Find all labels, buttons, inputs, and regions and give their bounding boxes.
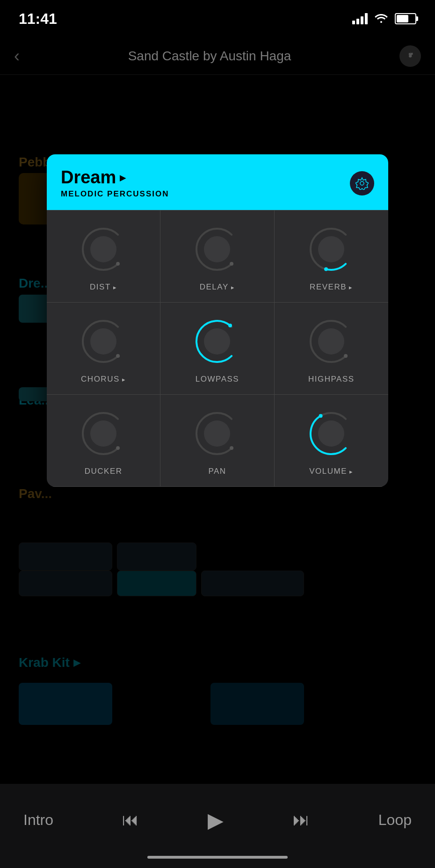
knob-cell-dist[interactable]: DIST▸ — [47, 210, 160, 303]
svg-point-14 — [344, 354, 348, 358]
modal-title-text: Dream — [61, 167, 116, 188]
knob-label-delay: DELAY▸ — [200, 282, 235, 292]
knob-cell-delay[interactable]: DELAY▸ — [160, 210, 274, 303]
knob-svg-delay — [191, 224, 243, 275]
knob-cell-volume[interactable]: VOLUME▸ — [275, 395, 388, 487]
modal-title: Dream ▸ — [61, 167, 169, 188]
svg-point-4 — [116, 262, 120, 266]
svg-marker-1 — [355, 178, 369, 190]
battery-icon — [395, 13, 416, 24]
knob-svg-dist — [78, 224, 129, 275]
knob-arrow-icon-dist: ▸ — [113, 284, 117, 291]
knob-arrow-icon-reverb: ▸ — [349, 284, 353, 291]
knob-label-chorus: CHORUS▸ — [81, 375, 126, 384]
modal-panel: Dream ▸ MELODIC PERCUSSION DIST▸ — [47, 154, 388, 487]
svg-point-17 — [204, 420, 230, 447]
svg-point-20 — [319, 414, 323, 418]
svg-point-3 — [90, 236, 116, 262]
status-bar: 11:41 — [0, 0, 435, 37]
knob-cell-pan[interactable]: PAN — [160, 395, 274, 487]
modal-subtitle: MELODIC PERCUSSION — [61, 189, 169, 199]
knob-grid: DIST▸ DELAY▸ REVERB▸ — [47, 210, 388, 487]
svg-point-8 — [324, 268, 328, 271]
knob-cell-highpass[interactable]: HIGHPASS — [275, 303, 388, 395]
knob-arrow-icon-volume: ▸ — [349, 468, 354, 475]
svg-point-19 — [318, 420, 344, 447]
knob-svg-highpass — [305, 316, 357, 367]
knob-svg-ducker — [78, 408, 129, 459]
modal-body: DIST▸ DELAY▸ REVERB▸ — [47, 210, 388, 487]
knob-label-lowpass: LOWPASS — [196, 375, 239, 384]
svg-point-6 — [230, 262, 234, 266]
knob-svg-volume — [305, 408, 357, 459]
svg-point-5 — [204, 236, 230, 262]
svg-point-12 — [229, 324, 232, 327]
knob-label-volume: VOLUME▸ — [309, 467, 353, 476]
knob-cell-reverb[interactable]: REVERB▸ — [275, 210, 388, 303]
knob-svg-reverb — [305, 224, 357, 275]
svg-point-13 — [318, 328, 344, 354]
modal-header: Dream ▸ MELODIC PERCUSSION — [47, 154, 388, 210]
modal-title-arrow-icon: ▸ — [120, 171, 125, 184]
wifi-icon — [374, 12, 388, 26]
knob-label-dist: DIST▸ — [90, 282, 117, 292]
status-icons — [352, 12, 416, 26]
svg-point-7 — [318, 236, 344, 262]
svg-point-16 — [116, 446, 120, 450]
svg-point-10 — [116, 354, 120, 358]
knob-label-pan: PAN — [208, 467, 226, 476]
modal-gear-button[interactable] — [350, 171, 374, 195]
knob-cell-lowpass[interactable]: LOWPASS — [160, 303, 274, 395]
knob-label-highpass: HIGHPASS — [308, 375, 355, 384]
svg-point-9 — [90, 328, 116, 354]
knob-label-ducker: DUCKER — [85, 467, 123, 476]
svg-point-2 — [360, 181, 364, 185]
knob-svg-lowpass — [191, 316, 243, 367]
svg-point-15 — [90, 420, 116, 447]
status-time: 11:41 — [19, 10, 57, 28]
knob-cell-ducker[interactable]: DUCKER — [47, 395, 160, 487]
knob-svg-pan — [191, 408, 243, 459]
svg-point-11 — [204, 328, 230, 354]
knob-arrow-icon-chorus: ▸ — [122, 376, 126, 383]
knob-arrow-icon-delay: ▸ — [231, 284, 235, 291]
svg-point-18 — [230, 446, 234, 450]
knob-svg-chorus — [78, 316, 129, 367]
signal-bars-icon — [352, 13, 368, 24]
modal-title-group: Dream ▸ MELODIC PERCUSSION — [61, 167, 169, 199]
knob-label-reverb: REVERB▸ — [310, 282, 353, 292]
knob-cell-chorus[interactable]: CHORUS▸ — [47, 303, 160, 395]
